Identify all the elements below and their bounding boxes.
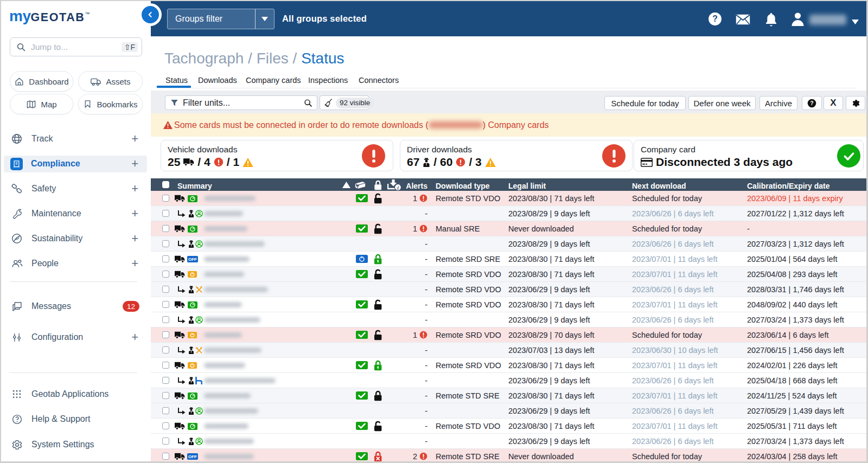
svg-text:?: ?	[810, 100, 813, 106]
svg-text:OFF: OFF	[188, 454, 197, 459]
svg-text:OFF: OFF	[188, 257, 197, 262]
svg-text:i: i	[397, 185, 399, 191]
svg-text:?: ?	[712, 14, 718, 23]
